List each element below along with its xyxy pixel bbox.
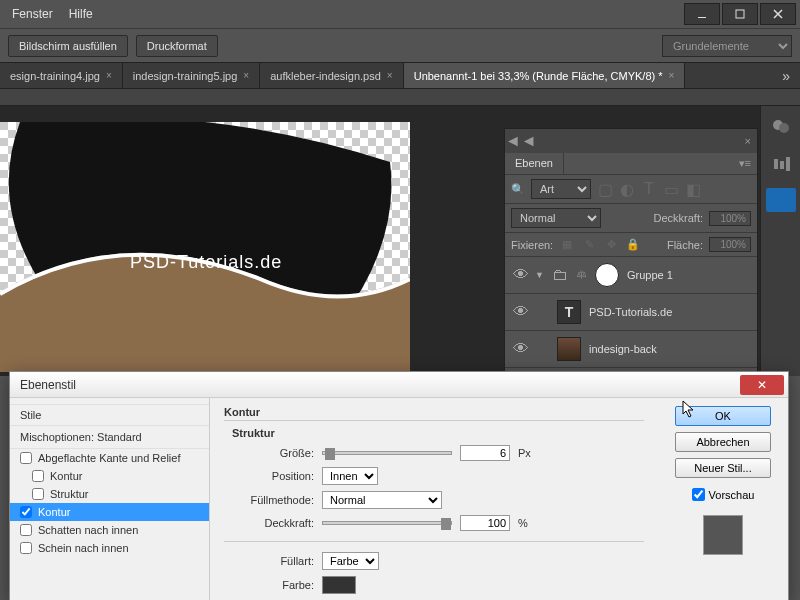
subsection-title: Struktur [232,427,644,439]
position-select[interactable]: Innen [322,467,378,485]
style-inner-glow[interactable]: Schein nach innen [10,539,209,557]
layer-row[interactable]: 👁 indesign-back [505,331,757,368]
opacity-slider[interactable] [322,521,452,525]
opacity-value[interactable]: 100% [709,211,751,226]
tab-overflow-button[interactable]: » [772,63,800,88]
cursor-icon [682,400,696,418]
eye-icon[interactable]: 👁 [513,340,527,358]
svg-rect-1 [736,10,744,18]
lock-move-icon[interactable]: ✥ [603,238,619,252]
adjustments-icon[interactable] [769,152,793,176]
style-contour[interactable]: Kontur [10,467,209,485]
filter-icon[interactable]: 🔍 [511,183,525,196]
style-label: Abgeflachte Kante und Relief [38,452,181,464]
panel-dock [760,106,800,376]
fill-label: Fläche: [667,239,703,251]
layer-thumb[interactable] [557,337,581,361]
window-close-button[interactable] [760,3,796,25]
menu-fenster[interactable]: Fenster [12,7,53,21]
tab-doc-3[interactable]: aufkleber-indesign.psd× [260,63,404,88]
opacity-input[interactable] [460,515,510,531]
tab-doc-2[interactable]: indesign-training5.jpg× [123,63,260,88]
window-minimize-button[interactable] [684,3,720,25]
close-icon[interactable]: × [243,70,249,81]
tab-label: Unbenannt-1 bei 33,3% (Runde Fläche, CMY… [414,70,663,82]
preview-checkbox-row[interactable]: Vorschau [692,488,755,501]
print-format-button[interactable]: Druckformat [136,35,218,57]
cancel-button[interactable]: Abbrechen [675,432,771,452]
layers-tab[interactable]: Ebenen [505,153,564,174]
workspace-preset-select[interactable]: Grundelemente [662,35,792,57]
new-style-button[interactable]: Neuer Stil... [675,458,771,478]
color-swatch[interactable] [322,576,356,594]
layer-filter-select[interactable]: Art [531,179,591,199]
menubar: Fenster Hilfe [0,0,800,28]
style-label: Kontur [50,470,82,482]
swatches-icon[interactable] [769,116,793,140]
style-checkbox[interactable] [32,488,44,500]
blend-label: Füllmethode: [224,494,314,506]
fill-value[interactable]: 100% [709,237,751,252]
filter-shape-icon[interactable]: ▭ [663,182,679,196]
lock-all-icon[interactable]: 🔒 [625,238,641,252]
opacity-label: Deckkraft: [224,517,314,529]
layer-mask-thumb[interactable] [595,263,619,287]
blend-mode-select[interactable]: Normal [511,208,601,228]
lock-trans-icon[interactable]: ▦ [559,238,575,252]
lock-paint-icon[interactable]: ✎ [581,238,597,252]
style-checkbox[interactable] [20,542,32,554]
dialog-titlebar[interactable]: Ebenenstil ✕ [10,372,788,398]
filltype-select[interactable]: Farbe [322,552,379,570]
color-label: Farbe: [224,579,314,591]
menu-hilfe[interactable]: Hilfe [69,7,93,21]
opacity-label: Deckkraft: [653,212,703,224]
panel-close-icon[interactable]: × [739,135,757,147]
style-bevel[interactable]: Abgeflachte Kante und Relief [10,449,209,467]
style-checkbox[interactable] [20,506,32,518]
style-inner-shadow[interactable]: Schatten nach innen [10,521,209,539]
layers-panel-icon[interactable] [766,188,796,212]
fill-screen-button[interactable]: Bildschirm ausfüllen [8,35,128,57]
canvas[interactable]: PSD-Tutorials.de [0,122,410,372]
panel-menu-icon[interactable]: ▾≡ [733,153,757,174]
layer-name[interactable]: PSD-Tutorials.de [589,306,672,318]
eye-icon[interactable]: 👁 [513,303,527,321]
filter-adjust-icon[interactable]: ◐ [619,182,635,196]
filter-image-icon[interactable]: ▢ [597,182,613,196]
filter-smart-icon[interactable]: ◧ [685,182,701,196]
style-checkbox[interactable] [20,524,32,536]
close-icon[interactable]: × [106,70,112,81]
size-label: Größe: [224,447,314,459]
blend-select[interactable]: Normal [322,491,442,509]
layer-name[interactable]: Gruppe 1 [627,269,673,281]
tab-label: esign-training4.jpg [10,70,100,82]
blend-options-item[interactable]: Mischoptionen: Standard [10,426,209,449]
type-layer-icon: T [557,300,581,324]
layer-row[interactable]: 👁 ▼ 🗀 𐄷 Gruppe 1 [505,257,757,294]
style-label: Struktur [50,488,89,500]
style-label: Kontur [38,506,70,518]
close-icon[interactable]: × [387,70,393,81]
dialog-close-button[interactable]: ✕ [740,375,784,395]
eye-icon[interactable]: 👁 [513,266,527,284]
style-checkbox[interactable] [32,470,44,482]
layer-name[interactable]: indesign-back [589,343,657,355]
layer-row[interactable]: 👁 T PSD-Tutorials.de [505,294,757,331]
tab-doc-4[interactable]: Unbenannt-1 bei 33,3% (Runde Fläche, CMY… [404,63,686,88]
style-checkbox[interactable] [20,452,32,464]
styles-list: Stile Mischoptionen: Standard Abgeflacht… [10,398,210,600]
close-icon[interactable]: × [669,70,675,81]
caret-down-icon[interactable]: ▼ [535,270,544,280]
size-slider[interactable] [322,451,452,455]
tab-doc-1[interactable]: esign-training4.jpg× [0,63,123,88]
window-maximize-button[interactable] [722,3,758,25]
layers-panel: ◄◄ × Ebenen ▾≡ 🔍 Art ▢ ◐ T ▭ ◧ Normal De… [504,128,758,406]
style-stroke[interactable]: Kontur [10,503,209,521]
filltype-label: Füllart: [224,555,314,567]
canvas-text: PSD-Tutorials.de [130,252,282,273]
preview-checkbox[interactable] [692,488,705,501]
size-input[interactable] [460,445,510,461]
filter-type-icon[interactable]: T [641,182,657,196]
style-texture[interactable]: Struktur [10,485,209,503]
collapse-icon[interactable]: ◄◄ [505,132,525,150]
